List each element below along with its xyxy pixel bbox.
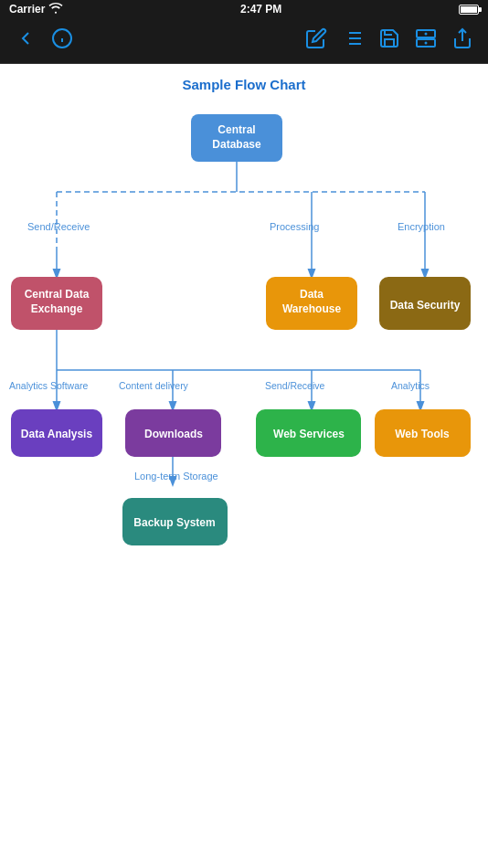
list-button[interactable] (342, 27, 364, 55)
toolbar (0, 18, 488, 64)
toolbar-right (305, 27, 473, 55)
svg-text:Downloads: Downloads (144, 428, 203, 440)
svg-text:Database: Database (212, 138, 261, 151)
svg-text:Send/Receive: Send/Receive (27, 221, 90, 232)
flowchart-svg: Central Database Send/Receive Processing… (0, 96, 488, 781)
svg-text:Data Security: Data Security (390, 299, 461, 312)
svg-text:Long-term Storage: Long-term Storage (134, 471, 218, 482)
svg-text:Data Analysis: Data Analysis (21, 428, 93, 440)
battery-icon (459, 5, 479, 15)
svg-text:Analytics Software: Analytics Software (9, 380, 89, 391)
svg-text:Web Services: Web Services (273, 428, 345, 440)
svg-text:Data: Data (300, 288, 324, 301)
main-content: Sample Flow Chart Central Database Send/… (0, 64, 488, 868)
toolbar-left (15, 27, 73, 55)
info-button[interactable] (51, 27, 73, 55)
svg-text:Encryption: Encryption (398, 221, 445, 232)
svg-text:Content delivery: Content delivery (119, 380, 189, 391)
carrier-label: Carrier (9, 3, 45, 16)
back-button[interactable] (15, 27, 37, 55)
status-right (459, 5, 479, 15)
svg-text:Backup System: Backup System (133, 516, 215, 529)
svg-text:Central Data: Central Data (25, 288, 90, 301)
svg-text:Analytics: Analytics (391, 380, 430, 391)
svg-text:Warehouse: Warehouse (282, 302, 342, 315)
share-button[interactable] (451, 27, 473, 55)
svg-text:Processing: Processing (270, 221, 319, 232)
svg-text:Send/Receive: Send/Receive (265, 380, 325, 391)
status-bar: Carrier 2:47 PM (0, 0, 488, 18)
wifi-icon (48, 3, 63, 16)
drawer-button[interactable] (415, 27, 437, 55)
svg-text:Central: Central (217, 123, 255, 136)
time-label: 2:47 PM (240, 3, 281, 16)
edit-button[interactable] (305, 27, 327, 55)
status-left: Carrier (9, 3, 63, 16)
svg-text:Web Tools: Web Tools (395, 428, 450, 440)
save-button[interactable] (378, 27, 400, 55)
chart-title: Sample Flow Chart (0, 64, 488, 92)
svg-text:Exchange: Exchange (31, 302, 83, 315)
